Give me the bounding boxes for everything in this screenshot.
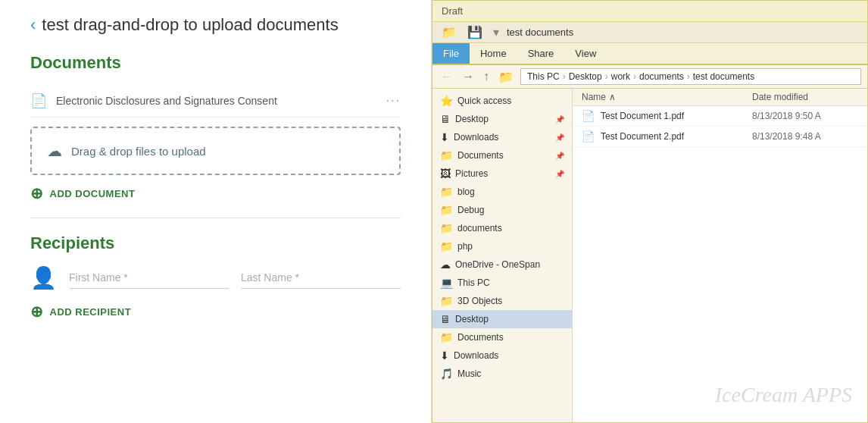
explorer-body: ⭐ Quick access 🖥 Desktop 📌 ⬇ Downloads 📌… — [432, 89, 867, 422]
pdf-icon-2: 📄 — [582, 130, 595, 143]
file-list-header: Name ∧ Date modified — [573, 89, 867, 106]
explorer-sidebar: ⭐ Quick access 🖥 Desktop 📌 ⬇ Downloads 📌… — [432, 89, 573, 422]
sidebar-label-blog: blog — [457, 186, 475, 197]
ribbon: File Home Share View — [432, 43, 867, 65]
ribbon-tab-file[interactable]: File — [432, 43, 470, 64]
sidebar-item-onedrive[interactable]: ☁ OneDrive - OneSpan — [432, 255, 572, 274]
onedrive-icon: ☁ — [440, 258, 451, 271]
last-name-field[interactable] — [241, 267, 401, 289]
document-icon: 📄 — [30, 92, 47, 109]
column-date-header[interactable]: Date modified — [752, 92, 858, 102]
title-folder-icon: 📁 — [439, 25, 460, 39]
file-list: Name ∧ Date modified 📄 Test Document 1.p… — [573, 89, 867, 422]
document-menu-button[interactable]: ··· — [386, 94, 401, 108]
document-item: 📄 Electronic Disclosures and Signatures … — [30, 85, 401, 118]
3d-objects-icon: 📁 — [440, 295, 453, 307]
sidebar-label-documents-folder: documents — [457, 223, 502, 233]
sidebar-label-documents-pinned: Documents — [457, 150, 504, 161]
pdf-icon-1: 📄 — [582, 110, 595, 122]
sidebar-label-onedrive: OneDrive - OneSpan — [455, 259, 540, 270]
draft-label: Draft — [442, 5, 463, 17]
sidebar-item-this-pc[interactable]: 💻 This PC — [432, 274, 572, 292]
sidebar-label-debug: Debug — [457, 205, 484, 215]
ribbon-tab-share[interactable]: Share — [517, 43, 565, 64]
column-name-header[interactable]: Name ∧ — [582, 92, 752, 102]
sidebar-item-desktop[interactable]: 🖥 Desktop — [432, 310, 572, 328]
file-name-1: Test Document 1.pdf — [601, 111, 752, 121]
sidebar-item-documents-pc[interactable]: 📁 Documents — [432, 328, 572, 346]
downloads-icon: ⬇ — [440, 349, 449, 362]
nav-back-button[interactable]: ← — [439, 70, 455, 83]
breadcrumb-documents[interactable]: documents — [639, 71, 684, 82]
sidebar-label-desktop-pinned: Desktop — [455, 114, 489, 124]
desktop-pinned-icon: 🖥 — [440, 113, 451, 125]
section-divider — [30, 218, 401, 218]
pin-icon-2: 📌 — [555, 133, 564, 142]
back-button[interactable]: ‹ test drag-and-drop to upload documents — [30, 15, 401, 35]
breadcrumb-work[interactable]: work — [611, 71, 630, 82]
first-name-field[interactable] — [69, 267, 229, 289]
sidebar-item-php[interactable]: 📁 php — [432, 237, 572, 255]
sidebar-item-downloads-pinned[interactable]: ⬇ Downloads 📌 — [432, 128, 572, 146]
recipient-row: 👤 — [30, 265, 401, 290]
documents-heading: Documents — [30, 53, 401, 73]
add-recipient-icon: ⊕ — [30, 302, 44, 321]
recipients-section: Recipients 👤 ⊕ ADD RECIPIENT — [30, 233, 401, 321]
upload-icon: ☁ — [47, 142, 62, 160]
drop-zone[interactable]: ☁ Drag & drop files to upload — [30, 127, 401, 175]
file-row[interactable]: 📄 Test Document 1.pdf 8/13/2018 9:50 A — [573, 106, 867, 127]
breadcrumb-desktop[interactable]: Desktop — [569, 71, 602, 82]
nav-forward-button[interactable]: → — [460, 70, 476, 83]
recipients-heading: Recipients — [30, 233, 401, 253]
nav-folder-icon: 📁 — [496, 70, 516, 84]
documents-pc-icon: 📁 — [440, 331, 453, 343]
title-arrow-icon: ▾ — [490, 25, 502, 39]
breadcrumb-this-pc[interactable]: This PC — [527, 71, 560, 82]
debug-icon: 📁 — [440, 204, 453, 216]
title-save-icon: 💾 — [464, 25, 486, 39]
sidebar-item-debug[interactable]: 📁 Debug — [432, 201, 572, 219]
sidebar-item-documents-pinned[interactable]: 📁 Documents 📌 — [432, 146, 572, 164]
quick-access-icon: ⭐ — [440, 95, 453, 107]
file-name-2: Test Document 2.pdf — [601, 131, 752, 142]
sidebar-label-downloads-pinned: Downloads — [454, 132, 498, 143]
sidebar-label-3d-objects: 3D Objects — [457, 296, 502, 306]
left-panel: ‹ test drag-and-drop to upload documents… — [0, 0, 432, 423]
sidebar-item-desktop-pinned[interactable]: 🖥 Desktop 📌 — [432, 110, 572, 128]
document-name: Electronic Disclosures and Signatures Co… — [56, 95, 377, 107]
sidebar-item-blog[interactable]: 📁 blog — [432, 183, 572, 201]
sidebar-item-music[interactable]: 🎵 Music — [432, 365, 572, 383]
ribbon-tab-view[interactable]: View — [564, 43, 607, 64]
sidebar-item-pictures[interactable]: 🖼 Pictures 📌 — [432, 164, 572, 183]
sidebar-item-documents-folder[interactable]: 📁 documents — [432, 219, 572, 237]
music-icon: 🎵 — [440, 368, 453, 380]
sidebar-label-quick-access: Quick access — [457, 96, 511, 106]
add-document-icon: ⊕ — [30, 184, 44, 202]
file-date-2: 8/13/2018 9:48 A — [752, 131, 858, 142]
draft-header: Draft — [432, 1, 867, 22]
sidebar-item-3d-objects[interactable]: 📁 3D Objects — [432, 292, 572, 310]
file-date-1: 8/13/2018 9:50 A — [752, 111, 858, 121]
address-bar: ← → ↑ 📁 This PC › Desktop › work › docum… — [432, 65, 867, 89]
add-document-button[interactable]: ⊕ ADD DOCUMENT — [30, 184, 401, 202]
sidebar-label-desktop: Desktop — [455, 314, 489, 324]
breadcrumb-test-documents[interactable]: test documents — [693, 71, 754, 82]
pin-icon-4: 📌 — [555, 170, 564, 178]
file-row-2[interactable]: 📄 Test Document 2.pdf 8/13/2018 9:48 A — [573, 127, 867, 147]
add-recipient-label: ADD RECIPIENT — [50, 306, 132, 318]
add-recipient-button[interactable]: ⊕ ADD RECIPIENT — [30, 302, 401, 321]
breadcrumb-bar[interactable]: This PC › Desktop › work › documents › t… — [520, 68, 861, 85]
pictures-icon: 🖼 — [440, 168, 451, 180]
desktop-icon: 🖥 — [440, 313, 451, 325]
php-icon: 📁 — [440, 240, 453, 252]
nav-up-button[interactable]: ↑ — [481, 70, 492, 83]
name-column-label: Name — [582, 92, 606, 102]
sort-arrow-icon: ∧ — [609, 92, 616, 102]
blog-icon: 📁 — [440, 186, 453, 198]
sidebar-label-downloads: Downloads — [454, 350, 498, 361]
pin-icon: 📌 — [555, 115, 564, 124]
drop-zone-label: Drag & drop files to upload — [71, 145, 206, 158]
ribbon-tab-home[interactable]: Home — [470, 43, 517, 64]
sidebar-item-quick-access[interactable]: ⭐ Quick access — [432, 92, 572, 110]
sidebar-item-downloads[interactable]: ⬇ Downloads — [432, 346, 572, 365]
